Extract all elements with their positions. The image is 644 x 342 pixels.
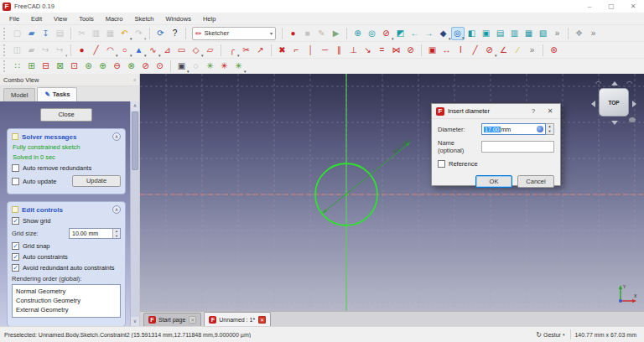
print-button[interactable]: ▤ [54,27,67,40]
scroll-up-icon[interactable]: ∧ [131,101,139,111]
save-file-button[interactable]: ↧ [39,27,53,40]
constrain-symmetric-button[interactable]: ⋈ [390,44,403,57]
rendering-order-item[interactable]: External Geometry [13,305,120,314]
bspline-show-degree-button[interactable]: ∷ [11,60,24,73]
constrain-vertical-button[interactable]: │ [304,44,318,57]
constrain-block-button[interactable]: ⊘ [404,44,418,57]
nav-forward-button[interactable]: → [423,27,436,40]
scrollbar-thumb[interactable] [132,111,138,170]
minimize-icon[interactable]: – [579,0,600,13]
switch-virtual-space-button[interactable]: ▣▾ [175,60,189,73]
make-sub-link-button[interactable]: ↪▾ [54,44,67,57]
copy-button[interactable]: ▥ [90,27,103,40]
3d-viewport[interactable]: ø17 mm ◠ ◠ TOP Y X [140,74,644,311]
increase-knot-multiplicity-button[interactable]: ⊗ [125,60,138,73]
rotate-ccw-icon[interactable]: ◠ [595,80,601,87]
toolbar-grip[interactable] [3,28,8,39]
constrain-distance-x-button[interactable]: ↔ [440,44,454,57]
cube-up-arrow-icon[interactable] [611,81,618,86]
dialog-close-icon[interactable]: ✕ [542,107,558,115]
create-line-button[interactable]: ╱ [90,44,103,57]
cube-top-face[interactable]: TOP [599,88,629,117]
menu-help[interactable]: Help [197,13,221,24]
undo-button[interactable]: ↶▾ [118,27,132,40]
constrain-distance-y-button[interactable]: I [454,44,468,57]
constrain-distance-button[interactable]: ╱ [469,44,482,57]
bspline-control-polygon-button[interactable]: ⊞ [25,60,39,73]
view-isometric-button[interactable]: ◩ [394,27,408,40]
constrain-perpendicular-button[interactable]: ⊥ [347,44,361,57]
create-arc-button[interactable]: ◠▾ [104,44,117,57]
panel-scrollbar[interactable]: ∧ ∨ [130,101,139,326]
cancel-button[interactable]: Cancel [517,175,554,188]
bspline-curvature-comb-button[interactable]: ⊟ [39,60,53,73]
dropdown-arrow-icon[interactable]: ▾ [65,54,68,58]
expression-editor-icon[interactable] [537,126,543,132]
decrease-bspline-degree-button[interactable]: ⊖ [111,60,124,73]
constrain-parallel-button[interactable]: ∥ [333,44,346,57]
dropdown-arrow-icon[interactable]: ▾ [144,37,147,41]
grid-size-stepper[interactable]: ▲▼ [112,229,120,238]
fly-mode-button[interactable]: ◆▾ [437,27,450,40]
redo-button[interactable]: ↷▾ [132,27,146,40]
constrain-coincident-button[interactable]: ✖ [276,44,289,57]
auto-constraints-checkbox[interactable]: ✓ [12,253,19,261]
workbench-selector[interactable]: ✏ Sketcher ▾ [192,27,276,40]
dropdown-arrow-icon[interactable]: ▾ [462,36,465,40]
view-rear-button[interactable]: ▦ [522,27,536,40]
diameter-input[interactable]: 17.00 mm [481,123,546,135]
view-front-button[interactable]: ▣ [480,27,493,40]
nav-back-button[interactable]: ← [408,27,422,40]
show-grid-checkbox[interactable]: ✓ [12,217,19,225]
menu-windows[interactable]: Windows [159,13,196,24]
navigation-cube[interactable]: ◠ ◠ TOP [590,80,637,127]
paste-button[interactable]: ▦ [104,27,117,40]
menu-tools[interactable]: Tools [73,13,100,24]
cube-right-arrow-icon[interactable] [632,101,636,107]
auto-update-checkbox[interactable] [12,178,19,185]
macro-play-button[interactable]: ▶ [330,27,343,40]
cube-left-arrow-icon[interactable] [591,101,595,107]
trim-edge-button[interactable]: ✂ [240,44,253,57]
close-tab-icon[interactable]: ✕ [258,316,266,324]
reference-checkbox[interactable] [438,160,445,168]
view-right-button[interactable]: ▥ [508,27,522,40]
rendering-order-item[interactable]: Construction Geometry [13,296,120,305]
create-polygon-button[interactable]: ◇▾ [190,44,203,57]
name-input[interactable] [481,141,554,153]
increase-bspline-degree-button[interactable]: ⊕ [96,60,110,73]
copy-button[interactable]: ✳ [218,60,231,73]
grid-snap-checkbox[interactable]: ✓ [12,242,19,250]
cube-menu-icon[interactable] [629,117,636,122]
menu-view[interactable]: View [48,13,73,24]
menu-edit[interactable]: Edit [25,13,48,24]
refresh-button[interactable]: ⟳ [154,27,168,40]
zoom-tool-button[interactable]: ◎▾ [451,27,465,40]
view-top-button[interactable]: ▤ [494,27,507,40]
create-fillet-button[interactable]: ╭▾ [226,44,239,57]
cut-button[interactable]: ✂ [75,27,89,40]
create-circle-button[interactable]: ○▾ [118,44,132,57]
view-bottom-button[interactable]: ▧ [537,27,550,40]
macro-edit-button[interactable]: ✎ [315,27,329,40]
toolbar-grip[interactable] [3,60,8,72]
maximize-icon[interactable]: ▢ [600,0,622,13]
tab-tasks[interactable]: ✎Tasks [37,87,77,101]
close-task-button[interactable]: Close [40,108,92,122]
create-bspline-button[interactable]: ∿▾ [147,44,160,57]
clone-button[interactable]: ✳ [204,60,217,73]
scroll-down-icon[interactable]: ∨ [131,317,139,326]
create-group-button[interactable]: ▰ [25,44,39,57]
toolbar-overflow-3-button[interactable]: » [526,44,539,57]
constrain-horizontal-button[interactable]: ─ [319,44,332,57]
fit-all-button[interactable]: ⊕ [351,27,365,40]
create-part-button[interactable]: ◫ [11,44,24,57]
avoid-redundant-checkbox[interactable]: ✓ [12,264,19,272]
navigation-style-selector[interactable]: ↻ Gestur ▾ [533,331,567,339]
rendering-order-item[interactable]: Normal Geometry [13,287,120,296]
constrain-lock-button[interactable]: ▣ [426,44,439,57]
toolbar-overflow-button[interactable]: » [551,27,564,40]
constrain-tangent-button[interactable]: ↘ [361,44,375,57]
auto-remove-redundants-checkbox[interactable] [12,164,19,172]
constrain-snell-button[interactable]: ∕ [512,44,525,57]
